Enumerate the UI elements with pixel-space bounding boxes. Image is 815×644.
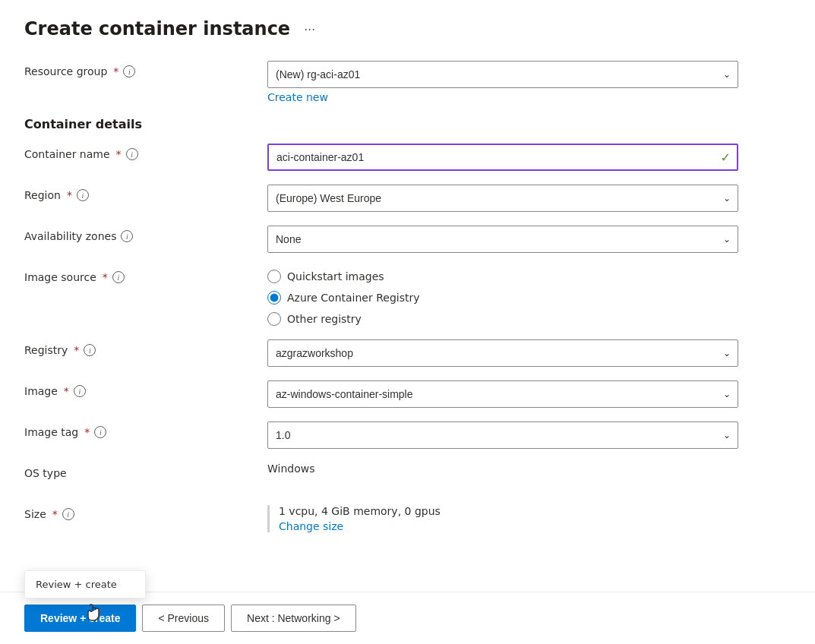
size-info: 1 vcpu, 4 GiB memory, 0 gpus Change size — [267, 505, 738, 532]
availability-zones-dropdown-wrapper: None ⌄ — [267, 226, 738, 253]
registry-control: azgrazworkshop ⌄ — [267, 339, 738, 367]
size-label-col: Size * i — [24, 504, 267, 520]
image-source-row: Image source * i Quickstart images Azure… — [24, 267, 791, 326]
container-details-section: Container details Container name * i ✓ R… — [24, 117, 791, 532]
image-dropdown-wrapper: az-windows-container-simple ⌄ — [267, 380, 738, 408]
image-source-control: Quickstart images Azure Container Regist… — [267, 267, 738, 326]
image-tag-label-col: Image tag * i — [24, 421, 267, 438]
image-tag-label: Image tag — [24, 426, 78, 438]
image-tag-control: 1.0 ⌄ — [267, 421, 738, 449]
page-title-row: Create container instance ··· — [24, 18, 791, 39]
image-source-other-radio[interactable] — [267, 312, 281, 326]
image-source-quickstart-label: Quickstart images — [287, 270, 384, 283]
container-name-label: Container name — [24, 148, 110, 160]
region-info-icon[interactable]: i — [77, 189, 89, 201]
image-source-acr-label: Azure Container Registry — [287, 292, 420, 304]
resource-group-required: * — [113, 65, 118, 77]
container-name-check-icon: ✓ — [721, 150, 731, 165]
container-name-info-icon[interactable]: i — [126, 148, 138, 160]
os-type-row: OS type Windows — [24, 462, 791, 490]
image-info-icon[interactable]: i — [74, 385, 86, 397]
image-source-acr-option[interactable]: Azure Container Registry — [267, 291, 738, 305]
image-select[interactable]: az-windows-container-simple — [267, 380, 738, 408]
region-select[interactable]: (Europe) West Europe — [267, 185, 738, 212]
image-source-other-option[interactable]: Other registry — [267, 312, 738, 326]
page-container: Create container instance ··· Resource g… — [0, 0, 815, 644]
image-label-col: Image * i — [24, 380, 267, 397]
image-tag-required: * — [84, 426, 90, 438]
change-size-link[interactable]: Change size — [279, 520, 738, 532]
image-row: Image * i az-windows-container-simple ⌄ — [24, 380, 791, 408]
page-title: Create container instance — [24, 18, 290, 39]
ellipsis-button[interactable]: ··· — [299, 20, 320, 39]
size-control: 1 vcpu, 4 GiB memory, 0 gpus Change size — [267, 504, 738, 532]
availability-zones-select[interactable]: None — [267, 226, 738, 253]
region-dropdown-wrapper: (Europe) West Europe ⌄ — [267, 185, 738, 212]
region-label: Region — [24, 189, 61, 201]
next-button[interactable]: Next : Networking > — [231, 605, 356, 632]
image-control: az-windows-container-simple ⌄ — [267, 380, 738, 408]
registry-required: * — [74, 344, 79, 356]
image-source-required: * — [103, 271, 108, 283]
container-details-heading: Container details — [24, 117, 791, 131]
registry-label: Registry — [24, 344, 68, 356]
create-new-link[interactable]: Create new — [267, 91, 738, 103]
resource-group-row: Resource group * i (New) rg-aci-az01 ⌄ C… — [24, 61, 791, 103]
container-name-label-col: Container name * i — [24, 144, 267, 160]
image-source-quickstart-option[interactable]: Quickstart images — [267, 270, 738, 283]
image-required: * — [64, 385, 69, 397]
size-value: 1 vcpu, 4 GiB memory, 0 gpus — [279, 505, 738, 517]
os-type-value: Windows — [267, 456, 315, 475]
resource-group-control: (New) rg-aci-az01 ⌄ Create new — [267, 61, 738, 103]
image-source-info-icon[interactable]: i — [112, 271, 125, 283]
container-name-control: ✓ — [267, 144, 738, 171]
registry-info-icon[interactable]: i — [84, 344, 96, 356]
size-info-icon[interactable]: i — [62, 508, 74, 520]
image-source-radio-group: Quickstart images Azure Container Regist… — [267, 267, 738, 326]
availability-zones-info-icon[interactable]: i — [121, 230, 133, 242]
container-name-required: * — [116, 148, 122, 160]
region-label-col: Region * i — [24, 185, 267, 201]
region-required: * — [67, 189, 72, 201]
registry-row: Registry * i azgrazworkshop ⌄ — [24, 339, 791, 367]
os-type-label-col: OS type — [24, 462, 267, 479]
resource-group-dropdown-wrapper: (New) rg-aci-az01 ⌄ — [267, 61, 738, 88]
container-name-row: Container name * i ✓ — [24, 144, 791, 171]
image-tag-select[interactable]: 1.0 — [267, 421, 738, 449]
size-row: Size * i 1 vcpu, 4 GiB memory, 0 gpus Ch… — [24, 504, 791, 532]
availability-zones-label-col: Availability zones i — [24, 226, 267, 242]
region-control: (Europe) West Europe ⌄ — [267, 185, 738, 212]
image-tag-dropdown-wrapper: 1.0 ⌄ — [267, 421, 738, 449]
tooltip-popup: Review + create — [24, 570, 146, 598]
availability-zones-control: None ⌄ — [267, 226, 738, 253]
review-create-button[interactable]: Review + create — [24, 605, 136, 632]
os-type-label: OS type — [24, 467, 67, 479]
image-source-other-label: Other registry — [287, 313, 362, 325]
region-row: Region * i (Europe) West Europe ⌄ — [24, 185, 791, 212]
registry-dropdown-wrapper: azgrazworkshop ⌄ — [267, 339, 738, 367]
resource-group-label-col: Resource group * i — [24, 61, 267, 77]
size-required: * — [52, 508, 58, 520]
registry-label-col: Registry * i — [24, 339, 267, 356]
os-type-control: Windows — [267, 462, 738, 475]
registry-select[interactable]: azgrazworkshop — [267, 339, 738, 367]
image-source-label-col: Image source * i — [24, 267, 267, 283]
container-name-wrapper: ✓ — [267, 144, 738, 171]
resource-group-info-icon[interactable]: i — [123, 65, 135, 77]
image-source-quickstart-radio[interactable] — [267, 270, 281, 283]
availability-zones-label: Availability zones — [24, 230, 116, 242]
tooltip-text: Review + create — [36, 579, 117, 590]
image-source-label: Image source — [24, 271, 96, 283]
image-tag-row: Image tag * i 1.0 ⌄ — [24, 421, 791, 449]
container-name-input[interactable] — [267, 144, 738, 171]
image-label: Image — [24, 385, 58, 397]
resource-group-select[interactable]: (New) rg-aci-az01 — [267, 61, 738, 88]
availability-zones-row: Availability zones i None ⌄ — [24, 226, 791, 253]
image-tag-info-icon[interactable]: i — [94, 426, 106, 438]
resource-group-label: Resource group — [24, 65, 107, 77]
previous-button[interactable]: < Previous — [142, 605, 225, 632]
size-label: Size — [24, 508, 46, 520]
image-source-acr-radio[interactable] — [267, 291, 281, 305]
bottom-nav: Review + create < Previous Next : Networ… — [0, 592, 815, 644]
